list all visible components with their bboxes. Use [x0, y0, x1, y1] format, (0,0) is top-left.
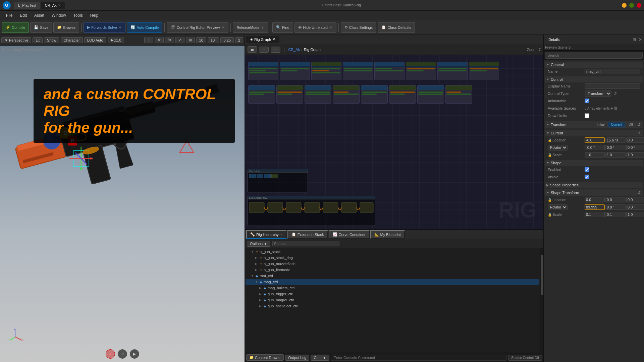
control-type-select[interactable]: Transform: [585, 90, 611, 97]
cmd-dropdown-button[interactable]: Cmd ▼: [311, 355, 329, 361]
current-section-header[interactable]: ▼ Current ↺: [545, 130, 643, 136]
viewport-play-button[interactable]: ▶ x1.0: [108, 37, 124, 43]
delete-space-button[interactable]: 🗑: [614, 106, 618, 111]
general-section-header[interactable]: ▼ General: [545, 62, 643, 68]
menu-file[interactable]: File: [3, 12, 16, 19]
viewport-tool-snap[interactable]: ⊞: [186, 37, 195, 43]
tree-item-b-gun-firemode[interactable]: ▶ ✦ b_gun_firemode: [246, 267, 539, 273]
tab-curve-container[interactable]: 📈 Curve Container: [329, 230, 370, 239]
tab-execution-stack[interactable]: 📋 Execution Stack: [287, 230, 328, 239]
scrollbar-thumb[interactable]: [541, 255, 543, 295]
rg-nav-back[interactable]: ←: [259, 47, 269, 53]
menu-edit[interactable]: Edit: [16, 12, 30, 19]
class-defaults-button[interactable]: 📋 Class Defaults: [378, 22, 415, 33]
rig-node-14[interactable]: [389, 85, 416, 104]
rig-node-10[interactable]: [276, 85, 303, 104]
shape-rot-z-input[interactable]: [626, 204, 644, 210]
rig-hierarchy-tab-close[interactable]: ✕: [280, 233, 283, 236]
transform-reset-button[interactable]: ↺: [637, 122, 641, 127]
scale-z-input[interactable]: [626, 152, 644, 158]
play-forward-button[interactable]: ▶: [130, 349, 139, 359]
content-drawer-button[interactable]: 📁 Content Drawer: [246, 354, 284, 361]
rig-node-7[interactable]: [437, 62, 468, 80]
hide-unrelated-button[interactable]: 👁 Hide Unrelated ▼: [294, 22, 336, 33]
rig-node-4[interactable]: [343, 62, 373, 80]
viewport-perspective-button[interactable]: ▼ Perspective: [1, 37, 31, 43]
forwards-solve-dropdown[interactable]: ▼: [118, 25, 122, 29]
tree-item-gun-trigger-ctrl[interactable]: ▶ ◆ gun_trigger_ctrl: [246, 291, 539, 297]
draw-limits-checkbox[interactable]: [585, 113, 589, 118]
editor-preview-dropdown[interactable]: ▼: [221, 25, 225, 29]
viewport-rot-snap[interactable]: 10°: [208, 37, 219, 43]
shape-scale-y-input[interactable]: [605, 212, 626, 217]
rotator-y-input[interactable]: [605, 145, 626, 150]
rig-graph-tab[interactable]: ◈ Rig Graph ✕: [246, 36, 279, 43]
shape-transform-header[interactable]: ▼ Shape Transform ↺: [545, 189, 643, 196]
release-mode-dropdown[interactable]: ▼: [261, 25, 264, 29]
shape-transform-reset[interactable]: ↺: [637, 190, 641, 195]
name-input[interactable]: [585, 69, 640, 74]
shape-loc-x-input[interactable]: [585, 197, 605, 202]
class-settings-button[interactable]: ⚙ Class Settings: [341, 22, 376, 33]
rotator-z-input[interactable]: [626, 145, 644, 150]
hierarchy-search-input[interactable]: [272, 241, 339, 246]
menu-tools[interactable]: Tools: [70, 12, 86, 19]
output-log-button[interactable]: Output Log: [285, 355, 309, 361]
toggle-off[interactable]: Off: [626, 122, 636, 127]
viewport-scale-snap[interactable]: 0.25: [220, 37, 233, 43]
rig-node-16[interactable]: [445, 85, 472, 104]
find-button[interactable]: 🔍 Find: [272, 22, 293, 33]
breadcrumb-root[interactable]: CR_Ak: [288, 48, 300, 52]
rig-graph-canvas[interactable]: Overview Execution Flow: [245, 55, 543, 229]
control-type-reset[interactable]: ↺: [613, 91, 618, 96]
shape-rot-y-input[interactable]: [605, 204, 626, 210]
save-button[interactable]: 💾 Save: [30, 22, 52, 33]
rig-node-12[interactable]: [333, 85, 360, 104]
shape-scale-z-input[interactable]: [626, 212, 644, 217]
tree-item-mag-bullets-ctrl[interactable]: ▶ ◆ mag_bullets_ctrl: [246, 285, 539, 291]
hierarchy-options-button[interactable]: Options ▼: [247, 241, 270, 247]
shape-loc-z-input[interactable]: [626, 197, 644, 202]
hide-unrelated-dropdown[interactable]: ▼: [329, 25, 333, 29]
viewport-grid-size[interactable]: 10: [196, 37, 206, 43]
rig-node-9[interactable]: [248, 85, 275, 104]
tree-item-root-ctrl[interactable]: ▼ ◆ root_ctrl: [246, 273, 539, 279]
compile-button[interactable]: ⚡ Compile: [2, 22, 29, 33]
shape-visible-checkbox[interactable]: [585, 175, 589, 179]
tab-l-playtest[interactable]: L_PlayTest: [14, 2, 40, 9]
release-mode-button[interactable]: ReleaseMode ▼: [233, 22, 268, 33]
window-minimize-button[interactable]: [622, 3, 627, 8]
editor-preview-button[interactable]: 🎬 Control Rig Editor Preview ▼: [167, 22, 228, 33]
display-name-input[interactable]: [585, 83, 640, 89]
viewport-lod-button[interactable]: LOD Auto: [84, 37, 106, 43]
rig-node-13[interactable]: [361, 85, 388, 104]
rig-graph-tab-close[interactable]: ✕: [272, 37, 275, 42]
viewport-character-button[interactable]: Character: [61, 37, 83, 43]
rig-node-3[interactable]: [311, 62, 341, 80]
viewport-camera-speed[interactable]: 2: [235, 37, 243, 43]
rig-node-11[interactable]: [305, 85, 331, 104]
viewport-show-button[interactable]: Show: [44, 37, 59, 43]
rg-menu-button[interactable]: ☰: [248, 46, 257, 53]
console-command-input[interactable]: [331, 355, 507, 361]
location-z-input[interactable]: [626, 137, 644, 143]
viewport-tool-rotate[interactable]: ↻: [165, 37, 174, 43]
tab-cr-ak[interactable]: CR_Ak ✕: [41, 2, 65, 9]
browse-button[interactable]: 📁 Browse: [53, 22, 79, 33]
window-maximize-button[interactable]: [629, 3, 634, 8]
rig-node-15[interactable]: [417, 85, 444, 104]
location-x-input[interactable]: [585, 137, 605, 143]
rig-node-5[interactable]: [374, 62, 405, 80]
rig-node-8[interactable]: [469, 62, 499, 80]
details-search-input[interactable]: [545, 52, 643, 59]
tab-rig-hierarchy[interactable]: 🦴 Rig Hierarchy ✕: [246, 230, 287, 239]
rg-nav-forward[interactable]: →: [271, 47, 280, 53]
menu-asset[interactable]: Asset: [31, 12, 48, 19]
tree-item-b-gun-stock-ring[interactable]: ▶ ✦ b_gun_stock_ring: [246, 255, 539, 261]
scale-x-input[interactable]: [585, 152, 605, 158]
details-tab-preview[interactable]: Preview Scene S...: [544, 44, 644, 51]
menu-help[interactable]: Help: [87, 12, 102, 19]
transform-section-header[interactable]: ▼ Transform Initial Current Off ↺: [545, 121, 643, 128]
forwards-solve-button[interactable]: ▶ Forwards Solve ▼: [84, 22, 125, 33]
details-grid-button[interactable]: ⊞: [632, 37, 637, 42]
